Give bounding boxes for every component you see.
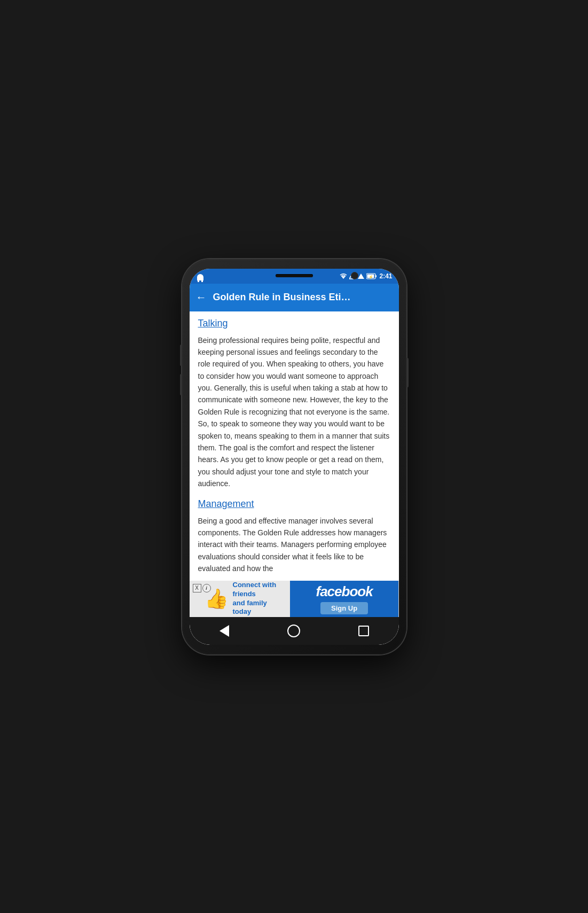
facebook-logo: facebook bbox=[316, 583, 372, 600]
power-button[interactable] bbox=[406, 358, 409, 387]
svg-text:⚡: ⚡ bbox=[369, 275, 373, 279]
back-button[interactable]: ← bbox=[196, 291, 207, 303]
talking-body: Being professional requires being polite… bbox=[198, 334, 390, 490]
ad-text-line2: and family today bbox=[233, 599, 287, 617]
ad-right-section[interactable]: facebook Sign Up bbox=[290, 581, 399, 617]
ad-text-line1: Connect with friends bbox=[233, 581, 287, 599]
volume-up-button[interactable] bbox=[180, 345, 182, 366]
status-bar: ⚡ 2:41 bbox=[190, 269, 399, 284]
status-time: 2:41 bbox=[379, 272, 392, 280]
status-left bbox=[196, 272, 205, 280]
home-nav-icon bbox=[287, 625, 300, 637]
signal-outline-icon bbox=[349, 273, 356, 279]
bottom-nav bbox=[190, 617, 399, 645]
management-link[interactable]: Management bbox=[198, 498, 390, 510]
ad-info-button[interactable]: i bbox=[202, 584, 211, 592]
ad-close-button[interactable]: X bbox=[193, 584, 201, 592]
svg-marker-2 bbox=[358, 274, 364, 279]
ad-text: Connect with friends and family today bbox=[233, 581, 287, 617]
phone-screen: ⚡ 2:41 ← Golden Rule in Business Eti… Ta… bbox=[190, 269, 399, 645]
back-nav-icon bbox=[219, 625, 229, 637]
recents-nav-button[interactable] bbox=[354, 621, 373, 641]
talking-link[interactable]: Talking bbox=[198, 318, 390, 329]
back-nav-button[interactable] bbox=[215, 621, 234, 641]
signal-filled-icon bbox=[358, 273, 364, 279]
svg-marker-0 bbox=[341, 276, 346, 279]
home-nav-button[interactable] bbox=[284, 621, 303, 641]
app-bar: ← Golden Rule in Business Eti… bbox=[190, 284, 399, 311]
svg-marker-1 bbox=[349, 274, 356, 279]
ad-banner[interactable]: X i 👍 Connect with friends and family to… bbox=[190, 581, 399, 617]
wifi-icon bbox=[340, 273, 347, 279]
signup-button[interactable]: Sign Up bbox=[320, 602, 368, 614]
content-area: Talking Being professional requires bein… bbox=[190, 311, 399, 581]
status-right: ⚡ 2:41 bbox=[340, 272, 392, 280]
app-notification-icon bbox=[196, 272, 205, 280]
ad-controls: X i bbox=[193, 584, 211, 592]
volume-down-button[interactable] bbox=[180, 374, 182, 395]
svg-rect-4 bbox=[375, 275, 377, 277]
management-body: Being a good and effective manager invol… bbox=[198, 515, 390, 575]
recents-nav-icon bbox=[358, 626, 369, 636]
phone-device: ⚡ 2:41 ← Golden Rule in Business Eti… Ta… bbox=[182, 259, 406, 654]
page-title: Golden Rule in Business Eti… bbox=[213, 292, 393, 303]
battery-icon: ⚡ bbox=[366, 273, 377, 279]
ad-left-section: X i 👍 Connect with friends and family to… bbox=[190, 581, 290, 617]
